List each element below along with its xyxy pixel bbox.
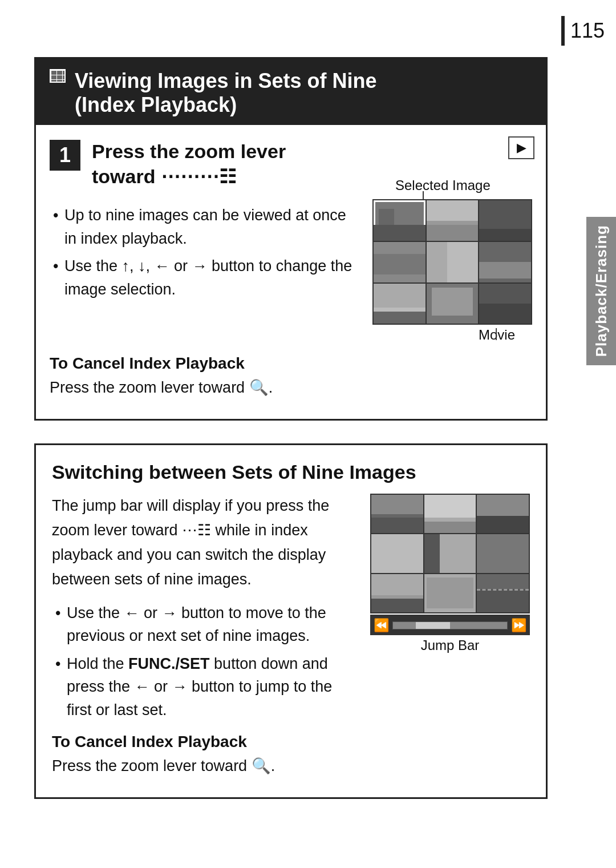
cancel-text-1: Press the zoom lever toward 🔍.	[50, 376, 532, 399]
section1-text-col: Up to nine images can be viewed at once …	[50, 199, 359, 343]
section2-image-grid	[370, 494, 530, 613]
side-tab-text: Playback/Erasing	[593, 225, 610, 357]
section2-text-col: The jump bar will display if you press t…	[52, 494, 356, 784]
grid2-cell-3	[477, 495, 529, 533]
section2-bullets: Use the ← or → button to move to the pre…	[52, 601, 356, 722]
step1-title-line2: toward ⋯⋯⋯☷	[92, 165, 236, 187]
grid2-cell-7	[371, 574, 423, 612]
section2-title: Switching between Sets of Nine Images	[52, 461, 530, 483]
section1-content: Up to nine images can be viewed at once …	[50, 199, 532, 343]
section2-bullet1: Use the ← or → button to move to the pre…	[52, 601, 356, 648]
step1-title: Press the zoom lever toward ⋯⋯⋯☷	[92, 139, 286, 189]
section1-viewing-images: Viewing Images in Sets of Nine (Index Pl…	[34, 57, 548, 421]
jump-bar-track	[392, 621, 508, 629]
grid2-cell-8	[424, 574, 476, 612]
jump-bar-label: Jump Bar	[370, 637, 530, 653]
grid2-cell-9	[477, 574, 529, 612]
cancel-text-2: Press the zoom lever toward 🔍.	[52, 754, 356, 778]
grid2-cell-5	[424, 534, 476, 572]
section1-image-grid	[372, 199, 532, 325]
grid-cell-5	[427, 242, 479, 282]
page-number: 115	[570, 19, 616, 43]
section2-content: The jump bar will display if you press t…	[52, 494, 530, 784]
grid-icon	[50, 69, 66, 83]
bullet2: Use the ↑, ↓, ← or → button to change th…	[50, 255, 359, 301]
cancel-title-1: To Cancel Index Playback	[50, 354, 532, 373]
section2-cancel: To Cancel Index Playback Press the zoom …	[52, 733, 356, 784]
jump-bar-left-arrow: ⏪	[374, 618, 389, 633]
section1-image-grid-container: Selected Image	[372, 199, 532, 343]
section1-bullets: Up to nine images can be viewed at once …	[50, 204, 359, 301]
section1-title-line1: Viewing Images in Sets of Nine	[75, 69, 376, 92]
grid-cell-4	[374, 242, 425, 282]
jump-bar-thumb	[416, 622, 450, 629]
section1-body: ▶ 1 Press the zoom lever toward ⋯⋯⋯☷ Up …	[36, 125, 546, 419]
grid-cell-3	[479, 200, 531, 241]
step1-title-line1: Press the zoom lever	[92, 140, 286, 162]
grid-cell-1	[374, 200, 425, 241]
section1-title-line2: (Index Playback)	[75, 93, 237, 116]
step-number: 1	[50, 140, 80, 171]
bullet1: Up to nine images can be viewed at once …	[50, 204, 359, 250]
section2-bullet2: Hold the FUNC./SET button down and press…	[52, 652, 356, 722]
section1-title: Viewing Images in Sets of Nine (Index Pl…	[75, 69, 376, 117]
grid-cell-6	[479, 242, 531, 282]
section2-body: The jump bar will display if you press t…	[52, 494, 356, 592]
grid-cell-2	[427, 200, 479, 241]
page-number-bar	[561, 16, 565, 46]
grid-cell-9	[479, 284, 531, 324]
section2-image-grid-container: ⏪ ⏩ Jump Bar	[370, 494, 530, 784]
cancel-title-2: To Cancel Index Playback	[52, 733, 356, 751]
movie-label-area: | Movie	[372, 325, 532, 343]
page-number-area: 115	[561, 16, 616, 46]
side-tab: Playback/Erasing	[586, 217, 616, 365]
section1-header: Viewing Images in Sets of Nine (Index Pl…	[36, 59, 546, 125]
selected-image-label: Selected Image	[395, 177, 491, 193]
grid2-cell-6	[477, 534, 529, 572]
jump-bar: ⏪ ⏩	[370, 615, 530, 635]
section1-cancel: To Cancel Index Playback Press the zoom …	[50, 354, 532, 405]
jump-bar-right-arrow: ⏩	[511, 618, 526, 633]
grid2-cell-2	[424, 495, 476, 533]
playback-icon: ▶	[508, 136, 534, 159]
grid2-cell-4	[371, 534, 423, 572]
grid-cell-7	[374, 284, 425, 324]
section2-switching: Switching between Sets of Nine Images Th…	[34, 443, 548, 799]
grid2-cell-1	[371, 495, 423, 533]
grid-cell-8	[427, 284, 479, 324]
